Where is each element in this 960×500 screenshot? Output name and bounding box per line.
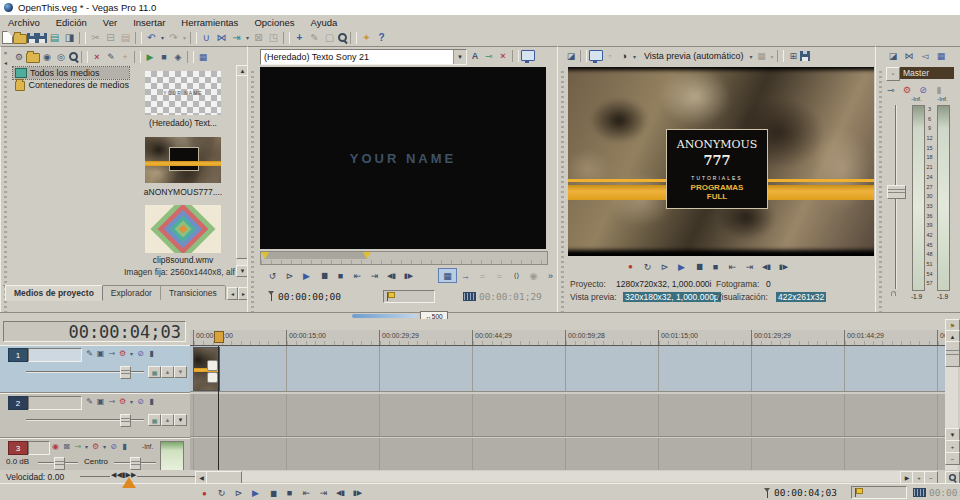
track-motion-icon[interactable]: ✎ <box>84 348 95 359</box>
loop-region[interactable] <box>264 252 367 259</box>
bypass-fx-icon[interactable]: ▦ <box>148 414 161 426</box>
timeline-cursor-timecode[interactable]: 00:00:04;03 <box>3 321 186 342</box>
track-row-1[interactable] <box>190 346 945 392</box>
end-timecode[interactable]: 00:00:01;29 <box>479 291 542 302</box>
collapse-panel-icon[interactable]: ◂ <box>2 58 9 66</box>
play-button[interactable]: ▶ <box>247 487 264 500</box>
mute-track-icon[interactable]: ⊘ <box>135 348 146 359</box>
timeline-hscrollbar[interactable]: ◀ <box>195 471 900 482</box>
sep-2[interactable] <box>135 32 142 44</box>
loop-playback-button[interactable]: ↻ <box>639 260 656 273</box>
tab-medios-de-proyecto[interactable]: Medios de proyecto <box>5 285 103 301</box>
master-fader-icon[interactable]: ▮ <box>932 84 946 96</box>
track-fx-more-icon[interactable]: ▾ <box>128 348 135 359</box>
next-frame-button[interactable]: ▮▶ <box>349 487 366 500</box>
solo-track-icon[interactable]: ▮ <box>146 348 157 359</box>
solo-track-icon[interactable]: ▮ <box>119 441 130 452</box>
master-label[interactable]: Master <box>900 67 954 79</box>
tab-transiciones[interactable]: Transiciones <box>161 286 226 300</box>
auto-crossfade-icon[interactable]: ⋈ <box>214 31 229 45</box>
play-from-start-button[interactable]: ⊳ <box>230 487 247 500</box>
preview-mode-more-icon[interactable]: ▾ <box>747 50 754 62</box>
audio-bypass-button[interactable]: ⟨⟩ <box>508 269 525 282</box>
external-monitor-icon[interactable] <box>589 50 603 61</box>
save-snapshot-icon[interactable] <box>800 51 810 61</box>
marker-field[interactable] <box>851 486 907 499</box>
media-fx-icon[interactable]: ⚙ <box>12 50 26 63</box>
next-frame-button[interactable]: ▮▶ <box>775 260 792 273</box>
enable-snapping-icon[interactable]: ∪ <box>199 31 214 45</box>
stop-preview-icon[interactable]: ■ <box>157 50 171 63</box>
go-to-end-button[interactable]: ⇥ <box>741 260 758 273</box>
loop-end-marker-icon[interactable] <box>363 252 371 259</box>
track-header-3[interactable]: 3 ◉⊠⊸▾⚙▾⊘▮ -Inf. 0.0 dB Centro <box>0 438 190 472</box>
import-media-icon[interactable] <box>26 53 40 63</box>
playhead-marker-icon[interactable] <box>214 331 224 343</box>
animate-toggle-icon[interactable]: A <box>468 50 482 62</box>
go-to-start-button[interactable]: ⇤ <box>724 260 741 273</box>
sep-p2[interactable] <box>777 50 784 62</box>
thumbnail-anonymous-media[interactable] <box>145 137 221 183</box>
event-pan-crop-icon[interactable] <box>207 360 218 371</box>
compositing-mode-icon[interactable]: ▣ <box>95 348 106 359</box>
selection-end-timecode[interactable]: 00:00:00;00 <box>929 487 960 498</box>
media-properties-icon[interactable]: ✎ <box>104 50 118 63</box>
track-number-badge[interactable]: 3 <box>8 441 28 455</box>
marker-field[interactable] <box>383 290 435 303</box>
copy-icon[interactable]: ⊟ <box>103 31 118 45</box>
stop-button[interactable]: ■ <box>707 260 724 273</box>
split-screen-more-icon[interactable]: ▾ <box>631 50 638 62</box>
play-button[interactable]: ▶ <box>298 269 315 282</box>
track-header-1[interactable]: 1 ✎▣⊸⚙▾⊘▮ ▦ ▲ ▼ <box>0 345 190 393</box>
master-fader-handle[interactable] <box>887 185 906 199</box>
plugin-chain-icon[interactable]: ⊸ <box>482 50 496 62</box>
cursor-timecode[interactable]: 00:00:04;03 <box>774 487 837 498</box>
downmix-output-icon[interactable]: ◅ <box>918 50 932 62</box>
tree-item-contenedores[interactable]: Contenedores de medios <box>13 79 129 91</box>
prev-frame-button[interactable]: ◀▮ <box>332 487 349 500</box>
menu-item[interactable]: Archivo <box>0 16 48 29</box>
bypass-fx-icon[interactable]: ▦ <box>148 366 161 378</box>
master-fx-icon[interactable]: ⚙ <box>900 84 914 96</box>
go-to-start-button[interactable]: ⇤ <box>298 487 315 500</box>
playhead-line[interactable] <box>218 346 219 470</box>
splitter-zoom-slider[interactable] <box>352 314 418 318</box>
thumbnail-scrollbar[interactable]: ▲ ▼ <box>236 65 247 277</box>
pause-button[interactable]: ▮▮ <box>315 269 332 282</box>
sep-b[interactable] <box>134 51 141 63</box>
play-from-start-button[interactable]: ⊳ <box>281 269 298 282</box>
stop-button[interactable]: ■ <box>332 269 349 282</box>
dim-button-b[interactable]: = <box>491 269 508 282</box>
add-media-icon[interactable]: + <box>118 50 132 63</box>
menu-item[interactable]: Herramientas <box>173 16 246 29</box>
capture-frame-button[interactable]: ◉ <box>525 269 542 282</box>
video-preview-monitor-icon[interactable] <box>521 50 535 61</box>
track-row-2[interactable] <box>190 394 945 437</box>
sep-p1[interactable] <box>580 50 587 62</box>
expand-track-icon[interactable]: ▲ <box>161 366 174 378</box>
timeline-vscrollbar[interactable]: ⚑ ▲ ▼ + − <box>945 319 958 470</box>
track-fx-icon[interactable]: ⚙ <box>117 348 128 359</box>
dim-button-a[interactable]: = <box>474 269 491 282</box>
remove-plugin-icon[interactable]: × <box>496 50 510 62</box>
go-to-end-button[interactable]: ⇥ <box>366 269 383 282</box>
copy-frame-button[interactable]: ▦ <box>438 268 457 283</box>
minimize-track-icon[interactable]: ▼ <box>174 366 187 378</box>
automation-settings-icon[interactable]: ⊸ <box>106 348 117 359</box>
new-project-icon[interactable] <box>2 31 13 44</box>
expand-track-icon[interactable]: ▲ <box>161 414 174 426</box>
track-name-field[interactable] <box>28 441 50 455</box>
paste-icon[interactable]: ▤ <box>118 31 133 45</box>
timeline-event-clip[interactable] <box>193 347 220 391</box>
panel-grip[interactable] <box>1 47 10 313</box>
go-to-end-button[interactable]: ⇥ <box>315 487 332 500</box>
vscrollbar-thumb[interactable] <box>945 341 960 367</box>
level-slider-handle[interactable] <box>120 366 131 379</box>
pause-button[interactable]: ▮▮ <box>264 487 281 500</box>
sync-cursor-button[interactable]: ↺ <box>264 269 281 282</box>
envelope-edit-tool-icon[interactable]: ✎ <box>307 31 322 45</box>
loop-playback-button[interactable]: ↻ <box>213 487 230 500</box>
sep-4[interactable] <box>283 32 290 44</box>
insert-bus-icon[interactable]: ◪ <box>886 50 900 62</box>
undo-more-icon[interactable]: ▾ <box>159 31 166 45</box>
